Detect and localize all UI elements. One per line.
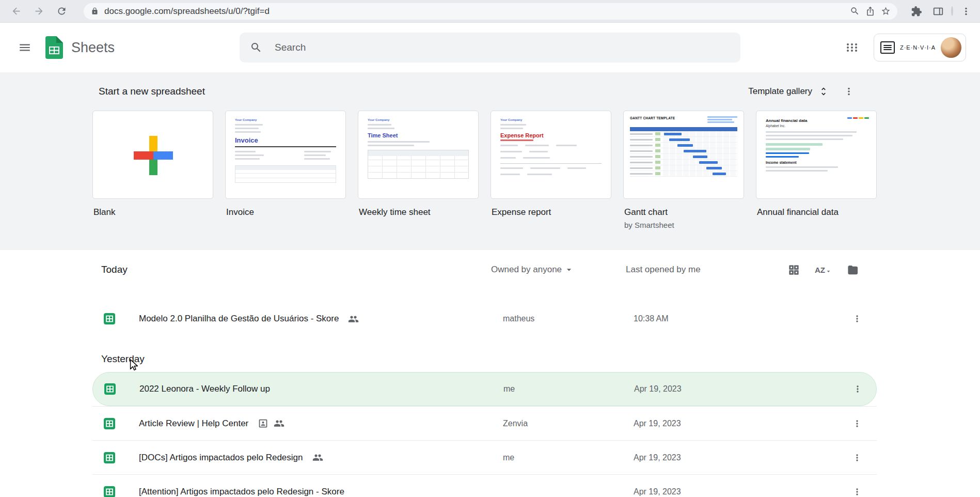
share-icon[interactable] [862,4,878,19]
lock-icon[interactable] [91,7,99,15]
side-panel-icon[interactable] [929,3,947,20]
shared-people-icon [312,452,323,463]
last-opened-sort[interactable]: Last opened by me [626,250,701,289]
grid-view-icon[interactable] [781,257,806,282]
dropdown-caret-icon [564,265,574,275]
expense-report-thumbnail[interactable]: Your Company Expense Report [491,111,611,199]
shared-people-icon [348,314,359,324]
sheets-file-icon [104,452,115,463]
account-switcher[interactable]: Z·E·N·V·I·A [874,34,966,61]
template-card-row: Blank Your Company Invoice [0,111,980,229]
file-row[interactable]: Modelo 2.0 Planilha de Gestão de Usuário… [92,302,877,336]
sheets-file-icon [104,313,115,324]
thumb-company-text: Your Company [368,118,469,121]
gantt-thumbnail-rows [630,131,737,177]
template-gallery-button[interactable]: Template gallery [742,81,835,102]
file-title: [Attention] Artigos impactados pelo Rede… [139,487,344,497]
section-label-yesterday-row: Yesterday [92,336,877,372]
unfold-more-icon [818,86,829,97]
header-right-cluster: Z·E·N·V·I·A [840,34,966,61]
template-card-expense-report[interactable]: Your Company Expense Report Expense repo… [491,111,611,229]
file-row-partial[interactable]: [Attention] Artigos impactados pelo Rede… [92,474,877,497]
file-last-opened: 10:38 AM [634,314,669,323]
google-apps-grid-icon[interactable] [840,35,864,60]
template-card-blank[interactable]: Blank [92,111,213,229]
file-last-opened: Apr 19, 2023 [634,487,681,496]
file-last-opened: Apr 19, 2023 [634,453,681,462]
google-colors-marks [847,117,869,119]
section-label-yesterday: Yesterday [101,353,145,365]
app-title: Sheets [71,40,115,56]
row-menu-kebab-icon[interactable] [847,413,867,434]
file-title: 2022 Leonora - Weekly Follow up [139,384,270,394]
template-card-annual-financial-data[interactable]: Annual financial data Alphabet Inc. Inco… [756,111,877,229]
portrait-badge-icon [258,418,268,429]
file-last-opened: Apr 19, 2023 [634,419,681,428]
list-header-row: Today Owned by anyone Last opened by me … [92,250,877,289]
template-card-gantt-chart[interactable]: GANTT CHART TEMPLATE Gantt chart by Smar… [623,111,744,229]
file-owner: me [503,384,515,394]
extensions-puzzle-icon[interactable] [908,3,925,20]
file-owner: me [503,453,514,462]
gantt-thumbnail-header: GANTT CHART TEMPLATE [624,111,744,127]
file-title: Article Review | Help Center [139,418,248,429]
browser-back-button[interactable] [7,3,25,20]
address-bar[interactable]: docs.google.com/spreadsheets/u/0/?tgif=d [84,3,897,20]
row-menu-kebab-icon[interactable] [847,482,867,497]
template-gallery-label: Template gallery [748,86,812,97]
thumb-company-text: Your Company [235,118,336,121]
sort-az-letters: AZ [815,266,825,274]
thumb-company-text: Your Company [500,118,602,121]
file-row[interactable]: Article Review | Help Center Zenvia Apr … [92,406,877,440]
template-label: Expense report [492,207,611,218]
browser-actions [908,3,975,20]
thumb-expense-title: Expense Report [500,132,602,138]
browser-reload-button[interactable] [53,3,70,20]
owner-filter-label: Owned by anyone [491,265,562,275]
template-section-menu-kebab-icon[interactable] [843,81,864,102]
thumb-annual-title: Annual financial data [766,118,867,123]
avatar [951,6,953,16]
blank-thumbnail[interactable] [92,111,213,199]
row-menu-kebab-icon[interactable] [847,308,867,329]
invoice-thumbnail-content: Your Company Invoice [226,111,345,198]
owner-filter-dropdown[interactable]: Owned by anyone [491,250,574,289]
new-spreadsheet-plus-icon [134,136,173,175]
template-card-invoice[interactable]: Your Company Invoice Invoice [225,111,346,229]
invoice-thumbnail[interactable]: Your Company Invoice [225,111,346,199]
row-menu-kebab-icon[interactable] [847,447,867,468]
gantt-chart-thumbnail[interactable]: GANTT CHART TEMPLATE [623,111,744,199]
browser-forward-button[interactable] [30,3,48,20]
annual-financial-thumbnail[interactable]: Annual financial data Alphabet Inc. Inco… [756,111,877,199]
bookmark-star-icon[interactable] [878,4,893,19]
file-row[interactable]: [DOCs] Artigos impactados pelo Redesign … [92,440,877,474]
file-title: Modelo 2.0 Planilha de Gestão de Usuário… [139,314,339,324]
template-section-title: Start a new spreadsheet [99,86,205,97]
open-file-picker-folder-icon[interactable] [840,257,865,282]
search-input[interactable] [275,42,730,53]
template-label: Gantt chart [624,207,744,218]
search-bar[interactable] [240,33,740,63]
thumb-annual-company: Alphabet Inc. [766,124,867,128]
shared-people-icon [274,418,284,429]
main-menu-hamburger-icon[interactable] [11,34,38,61]
template-card-weekly-time-sheet[interactable]: Your Company Time Sheet Weekly time shee… [358,111,479,229]
account-avatar[interactable] [941,37,961,58]
template-label: Invoice [226,207,346,218]
sheets-app-header: Sheets Z·E·N·V·I·A [0,23,980,72]
search-icon[interactable] [250,41,262,54]
zoom-icon[interactable] [847,4,862,19]
row-menu-kebab-icon[interactable] [847,379,868,399]
browser-menu-kebab-icon[interactable] [957,3,975,20]
reload-icon [56,6,67,17]
recent-files-section: Today Owned by anyone Last opened by me … [0,250,980,497]
browser-profile-avatar[interactable] [951,7,953,15]
annual-thumbnail-content: Annual financial data Alphabet Inc. Inco… [756,111,876,198]
sheets-logo-icon[interactable] [45,36,63,59]
url-text: docs.google.com/spreadsheets/u/0/?tgif=d [104,6,847,17]
browser-toolbar: docs.google.com/spreadsheets/u/0/?tgif=d [0,0,980,23]
thumb-invoice-title: Invoice [235,136,336,144]
sort-az-icon[interactable]: AZ [811,257,835,282]
time-sheet-thumbnail[interactable]: Your Company Time Sheet [358,111,479,199]
file-row-selected[interactable]: 2022 Leonora - Weekly Follow up me Apr 1… [92,372,877,406]
